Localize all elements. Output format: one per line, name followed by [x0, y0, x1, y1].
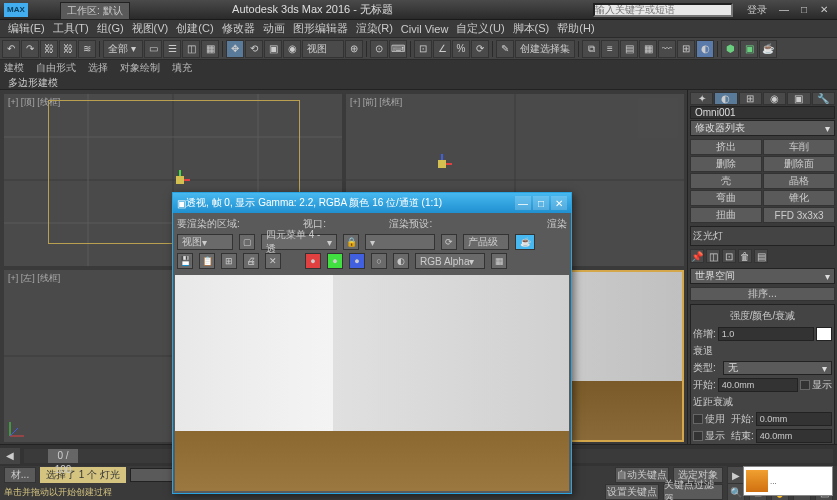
taskbar-notification[interactable]: ... — [743, 466, 833, 496]
near-show-check[interactable] — [693, 431, 703, 441]
stack-pin[interactable]: 📌 — [690, 249, 704, 263]
near-start-spinner[interactable]: 0.0mm — [756, 412, 832, 426]
setkey-button[interactable]: 设置关键点 — [605, 484, 659, 500]
near-use-check[interactable] — [693, 414, 703, 424]
save-image-btn[interactable]: 💾 — [177, 253, 193, 269]
stack-config[interactable]: ▤ — [754, 249, 768, 263]
near-end-spinner[interactable]: 40.0mm — [756, 429, 832, 443]
unlink-button[interactable]: ⛓ — [59, 40, 77, 58]
menu-script[interactable]: 脚本(S) — [509, 21, 554, 36]
mod-taper[interactable]: 锥化 — [763, 190, 835, 206]
workspace-selector[interactable]: 工作区: 默认 — [60, 2, 130, 20]
spinner-snap[interactable]: ⟳ — [471, 40, 489, 58]
menu-civil[interactable]: Civil View — [397, 23, 452, 35]
decay-type-dropdown[interactable]: 无▾ — [723, 361, 832, 375]
render-lock-btn[interactable]: 🔒 — [343, 234, 359, 250]
percent-snap[interactable]: % — [452, 40, 470, 58]
select-button[interactable]: ▭ — [144, 40, 162, 58]
tab-paint[interactable]: 对象绘制 — [120, 61, 160, 75]
render-title-bar[interactable]: ▣ 透视, 帧 0, 显示 Gamma: 2.2, RGBA 颜色 16 位/通… — [173, 193, 571, 213]
mirror-button[interactable]: ⧉ — [582, 40, 600, 58]
menu-create[interactable]: 创建(C) — [172, 21, 217, 36]
front-gizmo[interactable] — [432, 154, 452, 174]
decay-show-check[interactable] — [800, 380, 810, 390]
render-preset-dropdown[interactable]: ▾ — [365, 234, 435, 250]
modify-tab[interactable]: ◐ — [714, 92, 737, 105]
modifier-stack[interactable]: 泛光灯 — [690, 226, 835, 246]
modifier-list-dropdown[interactable]: 修改器列表▾ — [690, 120, 835, 136]
alpha-toggle[interactable]: ○ — [371, 253, 387, 269]
material-editor[interactable]: ◐ — [696, 40, 714, 58]
g-toggle[interactable]: ● — [327, 253, 343, 269]
stack-unique[interactable]: ⊡ — [722, 249, 736, 263]
render-iter-btn[interactable]: ⟳ — [441, 234, 457, 250]
tab-modeling[interactable]: 建模 — [4, 61, 24, 75]
move-button[interactable]: ✥ — [226, 40, 244, 58]
render-close[interactable]: ✕ — [551, 196, 567, 210]
pivot-button[interactable]: ⊕ — [345, 40, 363, 58]
menu-modifiers[interactable]: 修改器 — [218, 21, 259, 36]
named-sel-dropdown[interactable]: 创建选择集 — [515, 40, 575, 58]
keyboard-button[interactable]: ⌨ — [389, 40, 407, 58]
curve-editor[interactable]: 〰 — [658, 40, 676, 58]
overlay-btn[interactable]: ▦ — [491, 253, 507, 269]
render-frame[interactable]: ▣ — [740, 40, 758, 58]
snap-toggle[interactable]: ⊡ — [414, 40, 432, 58]
render-setup[interactable]: ⬢ — [721, 40, 739, 58]
menu-help[interactable]: 帮助(H) — [553, 21, 598, 36]
tab-populate[interactable]: 填充 — [172, 61, 192, 75]
mod-delete[interactable]: 删除 — [690, 156, 762, 172]
mod-bend[interactable]: 弯曲 — [690, 190, 762, 206]
create-tab[interactable]: ✦ — [690, 92, 713, 105]
maxscript-button[interactable]: 材... — [4, 467, 36, 483]
manipulate-button[interactable]: ⊙ — [370, 40, 388, 58]
menu-view[interactable]: 视图(V) — [128, 21, 173, 36]
undo-button[interactable]: ↶ — [2, 40, 20, 58]
help-search[interactable] — [593, 3, 733, 17]
mod-deleteface[interactable]: 删除面 — [763, 156, 835, 172]
named-sel-edit[interactable]: ✎ — [496, 40, 514, 58]
worldspace-dropdown[interactable]: 世界空间▾ — [690, 268, 835, 284]
menu-edit[interactable]: 编辑(E) — [4, 21, 49, 36]
viewport-left-label[interactable]: [+] [左] [线框] — [8, 272, 60, 285]
menu-group[interactable]: 组(G) — [93, 21, 128, 36]
mod-extrude[interactable]: 挤出 — [690, 139, 762, 155]
rollout-title[interactable]: 强度/颜色/衰减 — [693, 307, 832, 325]
hierarchy-tab[interactable]: ⊞ — [739, 92, 762, 105]
render-vp-dropdown[interactable]: 四元菜单 4 - 透 ▾ — [261, 234, 337, 250]
menu-render[interactable]: 渲染(R) — [352, 21, 397, 36]
mod-twist[interactable]: 扭曲 — [690, 207, 762, 223]
select-name-button[interactable]: ☰ — [163, 40, 181, 58]
menu-graph[interactable]: 图形编辑器 — [289, 21, 352, 36]
mult-spinner[interactable]: 1.0 — [718, 327, 814, 341]
menu-animation[interactable]: 动画 — [259, 21, 289, 36]
utilities-tab[interactable]: 🔧 — [812, 92, 835, 105]
tab-selection[interactable]: 选择 — [88, 61, 108, 75]
stack-remove[interactable]: 🗑 — [738, 249, 752, 263]
clone-btn[interactable]: ⊞ — [221, 253, 237, 269]
refcoord-dropdown[interactable]: 视图 — [302, 40, 344, 58]
selection-filter[interactable]: 全部 ▾ — [103, 40, 143, 58]
close-button[interactable]: ✕ — [815, 3, 833, 17]
autokey-button[interactable]: 自动关键点 — [615, 467, 669, 483]
menu-custom[interactable]: 自定义(U) — [452, 21, 508, 36]
copy-image-btn[interactable]: 📋 — [199, 253, 215, 269]
toggle-ribbon[interactable]: ▦ — [639, 40, 657, 58]
bind-button[interactable]: ≋ — [78, 40, 96, 58]
mod-lattice[interactable]: 晶格 — [763, 173, 835, 189]
render-region-btn[interactable]: ▢ — [239, 234, 255, 250]
mod-ffd[interactable]: FFD 3x3x3 — [763, 207, 835, 223]
select-region-button[interactable]: ◫ — [182, 40, 200, 58]
decay-start-spinner[interactable]: 40.0mm — [718, 378, 798, 392]
angle-snap[interactable]: ∠ — [433, 40, 451, 58]
light-color-swatch[interactable] — [816, 327, 832, 341]
render-output-view[interactable] — [175, 275, 569, 491]
channel-dropdown[interactable]: RGB Alpha ▾ — [415, 253, 485, 269]
sort-button[interactable]: 排序... — [690, 287, 835, 301]
redo-button[interactable]: ↷ — [21, 40, 39, 58]
mod-lathe[interactable]: 车削 — [763, 139, 835, 155]
render-area-dropdown[interactable]: 视图 ▾ — [177, 234, 233, 250]
object-name-field[interactable]: Omni001 — [690, 106, 835, 119]
link-button[interactable]: ⛓ — [40, 40, 58, 58]
window-crossing-button[interactable]: ▦ — [201, 40, 219, 58]
